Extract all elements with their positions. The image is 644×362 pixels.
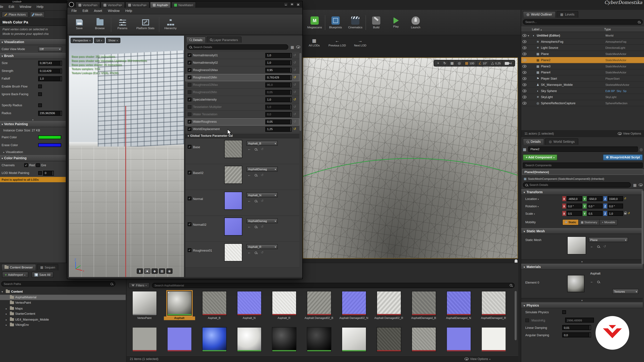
static-mesh-asset-dropdown[interactable]: Plane — [588, 237, 628, 242]
menu-item[interactable]: Window — [20, 5, 31, 8]
parameter-value-input[interactable]: 0,0 — [266, 112, 292, 117]
browse-to-asset-icon[interactable] — [254, 251, 257, 254]
asset-tile[interactable] — [338, 327, 370, 352]
static-mesh-component-row[interactable]: StaticMeshComponent (StaticMeshComponent… — [524, 176, 643, 181]
browse-to-asset-icon[interactable] — [254, 148, 257, 150]
texture-thumbnail[interactable] — [224, 243, 242, 261]
content-tree-folder[interactable]: ▾ Content — [0, 289, 126, 295]
lit-dropdown[interactable]: Lit — [94, 38, 105, 43]
megascans-button[interactable]: M Megascans — [305, 11, 324, 33]
asset-thumbnail[interactable] — [446, 327, 471, 352]
browse-to-asset-icon[interactable] — [254, 200, 257, 202]
asset-thumbnail[interactable] — [132, 327, 157, 352]
add-component-button[interactable]: + Add Component — [523, 154, 558, 161]
asset-thumbnail[interactable] — [342, 327, 366, 352]
uniform-scale-lock-icon[interactable] — [624, 213, 626, 214]
editor-document-tab[interactable]: Asphalt• — [150, 2, 171, 8]
close-button[interactable] — [296, 2, 300, 6]
material-parameter-row[interactable]: Roughness02Min 0,05 — [185, 89, 299, 96]
browse-to-asset-icon[interactable] — [597, 245, 600, 248]
parameter-override-checkbox[interactable] — [188, 53, 191, 57]
ignore-back-facing-checkbox[interactable] — [38, 92, 42, 96]
reset-to-default-icon[interactable] — [293, 105, 296, 109]
material-parameter-row[interactable]: Roughness01Min 0,781429 — [185, 74, 299, 81]
angular-damping-input[interactable]: 0,0 — [562, 333, 591, 337]
editor-document-tab[interactable]: VertexPai• — [125, 2, 150, 8]
platform-stats-button[interactable]: Platform Stats — [134, 15, 157, 33]
search-details-input[interactable]: Search Details — [523, 182, 631, 188]
plane-shape-button[interactable]: ◆ — [152, 269, 158, 274]
editor-document-tab[interactable]: NewMateri — [172, 2, 196, 8]
parameter-override-checkbox[interactable] — [188, 83, 191, 87]
reset-to-default-icon[interactable] — [293, 83, 296, 87]
scale-tool-button[interactable] — [449, 60, 456, 66]
reset-texture-icon[interactable] — [261, 251, 264, 254]
browse-to-asset-icon[interactable] — [597, 281, 600, 283]
parameter-value-input[interactable]: 1,25 — [266, 127, 292, 132]
rotation-y-input[interactable]: 0,0 ° — [587, 204, 602, 209]
actor-name-field[interactable] — [528, 146, 638, 152]
outliner-actor-row[interactable]: ▦ Plane2 StaticMeshActor — [521, 57, 644, 63]
scale-x-input[interactable]: 0,5 — [567, 211, 582, 216]
asset-thumbnail[interactable] — [132, 291, 157, 316]
asset-grid-scrollbar[interactable] — [515, 291, 517, 340]
mobility-stationary-option[interactable]: Stationary — [579, 220, 600, 225]
scale-y-input[interactable]: 0,5 — [587, 211, 602, 216]
lod-index-input[interactable]: 0 — [43, 171, 54, 175]
mobility-static-option[interactable]: Static — [563, 220, 579, 225]
asset-thumbnail[interactable] — [306, 291, 331, 316]
expander-icon[interactable]: ▸ — [6, 307, 8, 310]
texture-thumbnail[interactable] — [224, 218, 242, 236]
content-tree-folder[interactable]: VertexPaint — [0, 300, 126, 306]
material-parameter-row[interactable]: WorldDisplacement 1,25 — [185, 125, 299, 133]
asset-tile[interactable] — [373, 327, 405, 352]
asset-tile[interactable]: Asphalt_R — [268, 291, 300, 320]
visibility-eye-icon[interactable] — [522, 83, 526, 86]
use-selected-asset-icon[interactable] — [248, 147, 251, 151]
reset-asset-icon[interactable] — [604, 245, 606, 248]
outliner-actor-row[interactable]: ≋ AtmosphericFog AtmosphericFog — [521, 38, 644, 45]
asset-tile[interactable]: Asphalt_N — [233, 291, 265, 320]
asset-thumbnail[interactable] — [202, 327, 226, 352]
asset-thumbnail[interactable] — [376, 327, 401, 352]
asset-tile[interactable]: * Asphalt — [164, 291, 195, 320]
global-texture-parameter-header[interactable]: Global Texture Parameter Val — [185, 133, 299, 138]
texture-parameter-row[interactable]: Roughness01 Asphalt_R — [185, 242, 299, 268]
texture-asset-dropdown[interactable]: AsphaltDamag — [246, 218, 278, 223]
asset-thumbnail[interactable] — [481, 327, 506, 352]
lod-model-painting-checkbox[interactable] — [38, 171, 42, 175]
parameter-value-input[interactable]: 0,781429 — [266, 75, 292, 80]
grid-snap-control[interactable]: 100 — [463, 60, 476, 66]
minimize-button[interactable] — [284, 2, 288, 6]
asset-tile[interactable]: Asphalt Damaged02_R — [373, 291, 405, 320]
parameter-override-checkbox[interactable] — [188, 68, 191, 72]
display-options-icon[interactable] — [291, 45, 294, 49]
next-lod-button[interactable]: Next LOD — [350, 38, 370, 47]
display-options-icon[interactable] — [633, 183, 636, 187]
section-expander[interactable] — [521, 259, 643, 263]
parameter-override-checkbox[interactable] — [188, 171, 191, 174]
location-y-input[interactable]: -550,0 — [587, 196, 602, 201]
parameter-override-checkbox[interactable] — [188, 145, 191, 148]
launch-button[interactable]: Launch — [406, 11, 425, 33]
parameter-override-checkbox[interactable] — [188, 105, 191, 109]
material-parameter-row[interactable]: Water Tesselation 0,0 — [185, 111, 299, 118]
asset-tile[interactable] — [164, 327, 195, 352]
expander-icon[interactable]: ▾ — [2, 290, 4, 293]
content-tree-folder[interactable]: ▸ StarterContent — [0, 311, 126, 317]
parameter-value-input[interactable]: 0,05 — [266, 119, 292, 124]
parameter-override-checkbox[interactable] — [188, 222, 191, 226]
previous-lod-button[interactable]: Previous LOD — [327, 38, 347, 47]
blueprints-button[interactable]: Blueprints — [326, 11, 345, 33]
tab-layer-parameters[interactable]: Layer Parameters — [206, 36, 241, 43]
add-import-button[interactable]: Add/Import — [2, 272, 28, 278]
sphere-shape-button[interactable]: ● — [144, 269, 150, 274]
use-selected-asset-icon[interactable] — [248, 173, 251, 177]
menu-item[interactable]: Edit — [82, 9, 88, 13]
menu-item[interactable]: Asset — [94, 9, 102, 13]
reset-texture-icon[interactable] — [261, 199, 264, 203]
simulate-physics-checkbox[interactable] — [562, 310, 566, 314]
use-selected-asset-icon[interactable] — [590, 280, 594, 284]
tab-world-settings[interactable]: World Settings — [545, 138, 578, 145]
textures-dropdown[interactable]: Textures — [612, 289, 639, 294]
